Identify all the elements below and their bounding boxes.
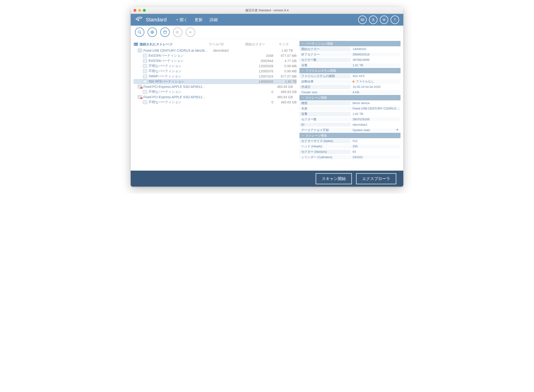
info-value: 1.81 TB <box>351 63 401 67</box>
info-row: ファイルシステムの種類SGI XFS <box>300 73 401 79</box>
row-name: SGI XFSパーティション <box>149 79 184 84</box>
minimize-window-button[interactable] <box>138 9 141 12</box>
disk-row[interactable]: Fixed PCI-Express APPLE SSD AP0512…465.9… <box>133 84 297 89</box>
info-value: 1.82 TB <box>351 112 401 116</box>
info-section-header[interactable]: −パーティション情報 <box>300 41 401 46</box>
row-start-sector: 12007424 <box>245 75 273 78</box>
info-row: 作成日10:35:19 04.04.2020 <box>300 84 401 89</box>
menu-refresh-label: 更新 <box>195 17 203 23</box>
menu-detail[interactable]: 詳細 <box>210 17 218 23</box>
storage-header-icon <box>133 42 138 47</box>
row-name: 不明なパーティション <box>149 100 182 104</box>
list-header: 接続されたストレージ ラベル/ ID 開始セクター サイズ <box>133 41 297 48</box>
scan-tool-button[interactable] <box>135 28 144 37</box>
svg-point-22 <box>134 45 135 45</box>
main-area: 接続されたストレージ ラベル/ ID 開始セクター サイズ Fixed USB … <box>131 39 403 171</box>
partition-row[interactable]: Ext2/3/4パーティション20029444.77 GB <box>133 58 297 63</box>
info-section-header[interactable]: −ファイルシステム情報 <box>300 68 401 73</box>
info-row[interactable]: データアクセス手順System read▼ <box>300 127 401 133</box>
partition-row[interactable]: SGI XFSパーティション140083201.81 TB <box>133 79 297 84</box>
list-header-title: 接続されたストレージ <box>140 42 173 47</box>
info-row: 容量1.81 TB <box>300 62 401 68</box>
row-size: 465.63 GB <box>273 100 297 104</box>
menu-detail-label: 詳細 <box>210 17 218 23</box>
collapse-icon: − <box>302 42 304 45</box>
partition-icon <box>143 69 147 73</box>
col-label-header: ラベル/ ID <box>209 42 237 47</box>
help-button[interactable] <box>391 15 399 24</box>
user-button[interactable] <box>369 15 377 24</box>
row-size: 0.99 MB <box>273 64 297 68</box>
partition-row[interactable]: SWAPパーティション12007424977.07 MB <box>133 74 297 79</box>
info-key: Cluster size <box>300 90 351 94</box>
section-title: パーティション情報 <box>305 42 333 46</box>
svg-point-21 <box>134 43 135 43</box>
info-value: Fixed USB CENTURY CSDRU3 at /dev/ <box>351 107 401 110</box>
raid-tool-button[interactable] <box>148 28 157 37</box>
info-key: ヘッド (Heads) <box>300 144 351 149</box>
svg-point-6 <box>395 20 395 21</box>
svg-point-5 <box>384 19 384 20</box>
info-key: セクターサイズ (bytes) <box>300 139 351 143</box>
row-size: 977.07 MB <box>273 54 297 58</box>
explorer-button[interactable]: エクスプローラ <box>356 173 396 184</box>
partition-row[interactable]: Ext2/3/4パーティション2048977.07 MB <box>133 53 297 58</box>
info-row: ID/dev/rdisk2 <box>300 122 401 127</box>
collapse-icon: − <box>302 96 304 99</box>
collapse-icon: − <box>302 134 304 137</box>
disk-row[interactable]: Fixed PCI-Express APPLE SSD AP0512…465.6… <box>133 94 297 100</box>
info-section-header[interactable]: −ストレージ情報 <box>300 95 401 100</box>
menu-refresh[interactable]: 更新 <box>195 17 203 23</box>
info-value: ファイルなし <box>351 79 401 84</box>
partition-icon <box>143 80 147 84</box>
info-row: ヘッド (Heads)255 <box>300 144 401 149</box>
disk-row[interactable]: Fixed USB CENTURY CSDRU3 at /dev/di…/dev… <box>133 48 297 53</box>
partition-icon <box>143 59 147 63</box>
partition-icon <box>143 90 147 94</box>
info-key: データアクセス手順 <box>300 128 351 132</box>
svg-line-8 <box>140 33 141 34</box>
info-value: 10:35:19 04.04.2020 <box>351 85 401 89</box>
info-row: セクターサイズ (bytes)512 <box>300 138 401 144</box>
row-size: 4.77 GB <box>273 59 297 63</box>
partition-row[interactable]: 不明なパーティション120053760.99 MB <box>133 69 297 74</box>
partition-row[interactable]: 不明なパーティション120033280.99 MB <box>133 63 297 69</box>
info-key: ファイルシステムの種類 <box>300 74 351 78</box>
list-tool-button[interactable] <box>173 28 182 37</box>
info-value: /dev/rdisk2 <box>351 123 401 126</box>
info-key: 診断結果 <box>300 79 351 84</box>
scan-start-button[interactable]: スキャン開始 <box>316 173 352 184</box>
close-tool-button[interactable] <box>186 28 195 37</box>
partition-row[interactable]: 不明なパーティション0465.93 GB <box>133 89 297 94</box>
svg-point-10 <box>164 31 166 32</box>
license-button[interactable] <box>358 15 367 24</box>
info-value: 512 <box>351 139 401 143</box>
partition-icon <box>143 100 147 104</box>
info-key: セクター (Sectors) <box>300 150 351 154</box>
row-name: SWAPパーティション <box>149 74 181 79</box>
maximize-window-button[interactable] <box>143 9 146 12</box>
settings-button[interactable] <box>380 15 388 24</box>
info-key: 作成日 <box>300 85 351 89</box>
partition-row[interactable]: 不明なパーティション0465.63 GB <box>133 100 297 105</box>
footer: スキャン開始 エクスプローラ <box>131 171 403 187</box>
info-value: 3876624999 <box>351 58 401 61</box>
partition-icon <box>143 54 147 58</box>
app-name: Standard <box>146 17 167 23</box>
info-section-header[interactable]: −ストレージ構造 <box>300 133 401 138</box>
info-row: 容量1.82 TB <box>300 111 401 117</box>
menu-open[interactable]: ▼開く <box>176 17 187 23</box>
info-value: 255 <box>351 145 401 148</box>
info-value: SGI XFS <box>351 74 401 78</box>
menubar: Standard ▼開く 更新 詳細 <box>131 14 403 26</box>
info-row: 開始セクター14008320 <box>300 46 401 52</box>
row-name: 不明なパーティション <box>149 64 182 68</box>
image-tool-button[interactable] <box>160 28 170 37</box>
col-size-header: サイズ <box>265 42 289 47</box>
info-key: 容量 <box>300 63 351 67</box>
dropdown-icon: ▼ <box>176 19 178 21</box>
row-size: 465.93 GB <box>273 90 297 94</box>
info-value: System read▼ <box>351 128 401 132</box>
close-window-button[interactable] <box>133 9 136 12</box>
row-start-sector: 0 <box>245 90 273 94</box>
